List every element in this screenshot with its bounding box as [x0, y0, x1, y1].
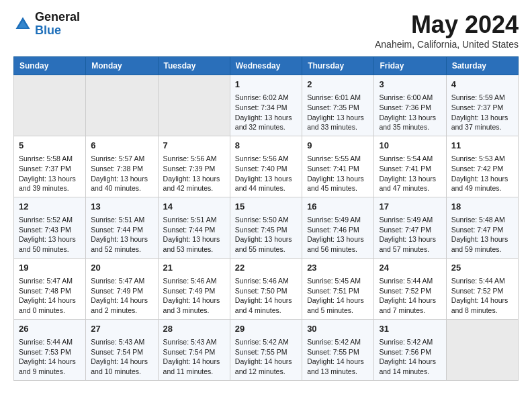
day-number: 24 [379, 262, 441, 274]
day-info: Sunrise: 5:56 AM Sunset: 7:40 PM Dayligh… [235, 154, 297, 193]
calendar-cell: 29Sunrise: 5:42 AM Sunset: 7:55 PM Dayli… [230, 319, 302, 380]
day-number: 23 [307, 262, 369, 274]
title-block: May 2024 Anaheim, California, United Sta… [375, 11, 519, 50]
column-header-thursday: Thursday [302, 57, 374, 75]
calendar-cell: 30Sunrise: 5:42 AM Sunset: 7:55 PM Dayli… [302, 319, 374, 380]
calendar-table: SundayMondayTuesdayWednesdayThursdayFrid… [13, 56, 519, 381]
day-number: 2 [307, 79, 369, 91]
day-number: 11 [451, 140, 513, 152]
calendar-cell: 13Sunrise: 5:51 AM Sunset: 7:44 PM Dayli… [86, 197, 158, 258]
day-number: 10 [379, 140, 441, 152]
day-info: Sunrise: 5:55 AM Sunset: 7:41 PM Dayligh… [307, 154, 369, 193]
calendar-week-row: 5Sunrise: 5:58 AM Sunset: 7:37 PM Daylig… [14, 136, 519, 197]
calendar-cell [14, 75, 86, 136]
day-number: 6 [91, 140, 152, 152]
page-header: General Blue May 2024 Anaheim, Californi… [13, 11, 519, 50]
logo-blue: Blue [35, 24, 80, 38]
day-info: Sunrise: 5:53 AM Sunset: 7:42 PM Dayligh… [451, 154, 513, 193]
day-info: Sunrise: 5:42 AM Sunset: 7:56 PM Dayligh… [379, 337, 441, 377]
day-info: Sunrise: 5:44 AM Sunset: 7:52 PM Dayligh… [451, 276, 513, 316]
calendar-cell: 10Sunrise: 5:54 AM Sunset: 7:41 PM Dayli… [374, 136, 446, 197]
day-info: Sunrise: 5:47 AM Sunset: 7:48 PM Dayligh… [19, 276, 81, 316]
day-number: 21 [163, 262, 225, 274]
column-header-tuesday: Tuesday [158, 57, 230, 75]
day-info: Sunrise: 5:47 AM Sunset: 7:49 PM Dayligh… [91, 276, 152, 316]
calendar-cell: 16Sunrise: 5:49 AM Sunset: 7:46 PM Dayli… [302, 197, 374, 258]
calendar-cell: 27Sunrise: 5:43 AM Sunset: 7:54 PM Dayli… [86, 319, 158, 380]
day-number: 29 [235, 323, 297, 335]
calendar-cell: 12Sunrise: 5:52 AM Sunset: 7:43 PM Dayli… [14, 197, 86, 258]
calendar-cell: 26Sunrise: 5:44 AM Sunset: 7:53 PM Dayli… [14, 319, 86, 380]
day-info: Sunrise: 5:52 AM Sunset: 7:43 PM Dayligh… [19, 215, 81, 255]
calendar-week-row: 12Sunrise: 5:52 AM Sunset: 7:43 PM Dayli… [14, 197, 519, 258]
calendar-cell: 20Sunrise: 5:47 AM Sunset: 7:49 PM Dayli… [86, 258, 158, 319]
calendar-cell: 15Sunrise: 5:50 AM Sunset: 7:45 PM Dayli… [230, 197, 302, 258]
calendar-cell: 7Sunrise: 5:56 AM Sunset: 7:39 PM Daylig… [158, 136, 230, 197]
day-number: 28 [163, 323, 225, 335]
calendar-cell: 9Sunrise: 5:55 AM Sunset: 7:41 PM Daylig… [302, 136, 374, 197]
calendar-cell: 14Sunrise: 5:51 AM Sunset: 7:44 PM Dayli… [158, 197, 230, 258]
day-info: Sunrise: 5:46 AM Sunset: 7:50 PM Dayligh… [235, 276, 297, 316]
day-info: Sunrise: 5:51 AM Sunset: 7:44 PM Dayligh… [91, 215, 152, 255]
calendar-week-row: 26Sunrise: 5:44 AM Sunset: 7:53 PM Dayli… [14, 319, 519, 380]
day-info: Sunrise: 5:54 AM Sunset: 7:41 PM Dayligh… [379, 154, 441, 193]
calendar-cell: 24Sunrise: 5:44 AM Sunset: 7:52 PM Dayli… [374, 258, 446, 319]
day-info: Sunrise: 6:00 AM Sunset: 7:36 PM Dayligh… [379, 93, 441, 132]
day-info: Sunrise: 5:56 AM Sunset: 7:39 PM Dayligh… [163, 154, 225, 193]
calendar-cell [158, 75, 230, 136]
day-number: 5 [19, 140, 81, 152]
day-info: Sunrise: 5:42 AM Sunset: 7:55 PM Dayligh… [235, 337, 297, 377]
day-number: 26 [19, 323, 81, 335]
day-info: Sunrise: 5:50 AM Sunset: 7:45 PM Dayligh… [235, 215, 297, 255]
calendar-cell: 22Sunrise: 5:46 AM Sunset: 7:50 PM Dayli… [230, 258, 302, 319]
calendar-cell: 18Sunrise: 5:48 AM Sunset: 7:47 PM Dayli… [446, 197, 518, 258]
day-number: 7 [163, 140, 225, 152]
calendar-cell: 11Sunrise: 5:53 AM Sunset: 7:42 PM Dayli… [446, 136, 518, 197]
page-subtitle: Anaheim, California, United States [375, 39, 519, 50]
day-number: 20 [91, 262, 152, 274]
day-info: Sunrise: 5:49 AM Sunset: 7:47 PM Dayligh… [379, 215, 441, 255]
calendar-cell [86, 75, 158, 136]
calendar-week-row: 1Sunrise: 6:02 AM Sunset: 7:34 PM Daylig… [14, 75, 519, 136]
calendar-cell: 8Sunrise: 5:56 AM Sunset: 7:40 PM Daylig… [230, 136, 302, 197]
calendar-cell: 19Sunrise: 5:47 AM Sunset: 7:48 PM Dayli… [14, 258, 86, 319]
day-info: Sunrise: 6:01 AM Sunset: 7:35 PM Dayligh… [307, 93, 369, 132]
calendar-cell [446, 319, 518, 380]
day-number: 15 [235, 201, 297, 213]
day-number: 3 [379, 79, 441, 91]
column-header-wednesday: Wednesday [230, 57, 302, 75]
day-number: 1 [235, 79, 297, 91]
calendar-week-row: 19Sunrise: 5:47 AM Sunset: 7:48 PM Dayli… [14, 258, 519, 319]
calendar-cell: 31Sunrise: 5:42 AM Sunset: 7:56 PM Dayli… [374, 319, 446, 380]
logo-icon [13, 15, 32, 34]
calendar-cell: 4Sunrise: 5:59 AM Sunset: 7:37 PM Daylig… [446, 75, 518, 136]
day-number: 8 [235, 140, 297, 152]
calendar-cell: 6Sunrise: 5:57 AM Sunset: 7:38 PM Daylig… [86, 136, 158, 197]
day-number: 12 [19, 201, 81, 213]
day-number: 16 [307, 201, 369, 213]
day-number: 31 [379, 323, 441, 335]
calendar-header-row: SundayMondayTuesdayWednesdayThursdayFrid… [14, 57, 519, 75]
calendar-cell: 2Sunrise: 6:01 AM Sunset: 7:35 PM Daylig… [302, 75, 374, 136]
day-number: 4 [451, 79, 513, 91]
calendar-cell: 1Sunrise: 6:02 AM Sunset: 7:34 PM Daylig… [230, 75, 302, 136]
day-number: 30 [307, 323, 369, 335]
logo-text: General Blue [35, 11, 80, 38]
logo: General Blue [13, 11, 80, 38]
day-info: Sunrise: 5:51 AM Sunset: 7:44 PM Dayligh… [163, 215, 225, 255]
calendar-cell: 17Sunrise: 5:49 AM Sunset: 7:47 PM Dayli… [374, 197, 446, 258]
column-header-friday: Friday [374, 57, 446, 75]
day-number: 22 [235, 262, 297, 274]
day-number: 9 [307, 140, 369, 152]
calendar-cell: 28Sunrise: 5:43 AM Sunset: 7:54 PM Dayli… [158, 319, 230, 380]
day-number: 25 [451, 262, 513, 274]
day-info: Sunrise: 5:57 AM Sunset: 7:38 PM Dayligh… [91, 154, 152, 193]
day-info: Sunrise: 5:58 AM Sunset: 7:37 PM Dayligh… [19, 154, 81, 193]
column-header-monday: Monday [86, 57, 158, 75]
day-number: 17 [379, 201, 441, 213]
day-number: 14 [163, 201, 225, 213]
day-info: Sunrise: 5:46 AM Sunset: 7:49 PM Dayligh… [163, 276, 225, 316]
calendar-cell: 3Sunrise: 6:00 AM Sunset: 7:36 PM Daylig… [374, 75, 446, 136]
day-info: Sunrise: 5:49 AM Sunset: 7:46 PM Dayligh… [307, 215, 369, 255]
day-number: 27 [91, 323, 152, 335]
